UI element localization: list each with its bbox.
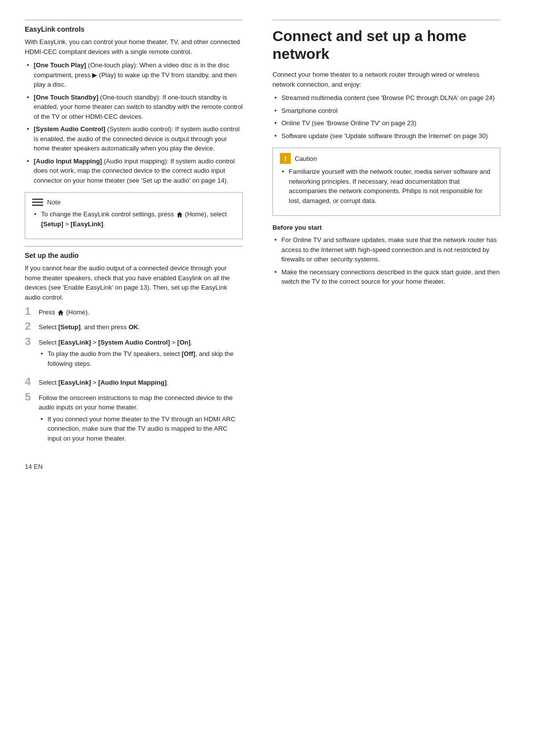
note-label: Note <box>47 199 60 206</box>
item4-bold: [Audio Input Mapping] <box>34 157 102 165</box>
enjoy-list: Streamed multimedia content (see 'Browse… <box>272 93 500 141</box>
page-container: EasyLink controls With EasyLink, you can… <box>0 0 535 756</box>
step-number-3: 3 <box>25 335 39 348</box>
caution-exclamation-icon: ! <box>280 153 291 164</box>
right-intro: Connect your home theater to a network r… <box>272 70 500 89</box>
svg-rect-2 <box>32 204 43 206</box>
list-item: [One Touch Standby] (One-touch standby):… <box>25 93 243 122</box>
right-divider <box>272 20 500 20</box>
easylink-list: [One Touch Play] (One-touch play): When … <box>25 60 243 185</box>
list-item: Familiarize yourself with the network ro… <box>280 167 493 205</box>
step-content-1: Press (Home). <box>39 306 243 317</box>
easylink-divider <box>25 20 243 20</box>
page-number: 14 EN <box>25 463 243 470</box>
step-content-3: Select [EasyLink] > [System Audio Contro… <box>39 336 243 374</box>
list-item: If you connect your home theater to the … <box>39 414 243 444</box>
easylink-intro: With EasyLink, you can control your home… <box>25 37 243 56</box>
svg-marker-4 <box>58 310 63 315</box>
svg-rect-0 <box>32 199 43 200</box>
steps-container: 1 Press (Home). 2 Select [Setup], and th… <box>25 306 243 448</box>
note-header: Note <box>32 198 235 206</box>
audio-title: Set up the audio <box>25 252 243 259</box>
list-item: To change the EasyLink control settings,… <box>32 209 235 229</box>
step-3: 3 Select [EasyLink] > [System Audio Cont… <box>25 336 243 374</box>
caution-label: Caution <box>295 155 317 162</box>
list-item: [Audio Input Mapping] (Audio input mappi… <box>25 156 243 186</box>
list-item: To play the audio from the TV speakers, … <box>39 349 243 368</box>
list-item: Online TV (see 'Browse Online TV' on pag… <box>272 118 500 128</box>
step-number-1: 1 <box>25 305 39 318</box>
svg-marker-3 <box>177 212 182 217</box>
list-item: [One Touch Play] (One-touch play): When … <box>25 60 243 90</box>
note-box: Note To change the EasyLink control sett… <box>25 192 243 239</box>
step-5: 5 Follow the onscreen instructions to ma… <box>25 392 243 449</box>
svg-rect-1 <box>32 202 43 203</box>
easylink-title: EasyLink controls <box>25 25 243 33</box>
list-item: Software update (see 'Update software th… <box>272 131 500 141</box>
list-item: For Online TV and software updates, make… <box>272 235 500 264</box>
step-number-5: 5 <box>25 391 39 403</box>
item2-bold: [One Touch Standby] <box>34 94 98 101</box>
note-text: To change the EasyLink control settings,… <box>41 210 227 228</box>
step5-sublist: If you connect your home theater to the … <box>39 414 243 444</box>
step-content-2: Select [Setup], and then press OK. <box>39 321 243 332</box>
list-item: Streamed multimedia content (see 'Browse… <box>272 93 500 103</box>
item1-bold: [One Touch Play] <box>34 61 86 69</box>
caution-box: ! Caution Familiarize yourself with the … <box>272 148 500 216</box>
step-2: 2 Select [Setup], and then press OK. <box>25 321 243 333</box>
step-1: 1 Press (Home). <box>25 306 243 318</box>
note-icon <box>32 198 43 206</box>
caution-header: ! Caution <box>280 153 493 164</box>
list-item: [System Audio Control] (System audio con… <box>25 124 243 153</box>
right-big-title: Connect and set up a home network <box>272 25 500 63</box>
list-item: Make the necessary connections described… <box>272 267 500 287</box>
step-4: 4 Select [EasyLink] > [Audio Input Mappi… <box>25 376 243 388</box>
before-you-start-list: For Online TV and software updates, make… <box>272 235 500 287</box>
step-number-4: 4 <box>25 375 39 388</box>
left-column: EasyLink controls With EasyLink, you can… <box>25 20 263 736</box>
caution-list: Familiarize yourself with the network ro… <box>280 167 493 205</box>
item3-bold: [System Audio Control] <box>34 125 106 133</box>
right-column: Connect and set up a home network Connec… <box>263 20 500 736</box>
note-list: To change the EasyLink control settings,… <box>32 209 235 229</box>
list-item: Smartphone control <box>272 106 500 116</box>
before-you-start-title: Before you start <box>272 224 500 231</box>
step-content-5: Follow the onscreen instructions to map … <box>39 392 243 449</box>
step3-sublist: To play the audio from the TV speakers, … <box>39 349 243 368</box>
step-content-4: Select [EasyLink] > [Audio Input Mapping… <box>39 376 243 388</box>
step-number-2: 2 <box>25 320 39 333</box>
audio-divider <box>25 246 243 247</box>
audio-intro: If you cannot hear the audio output of a… <box>25 263 243 302</box>
